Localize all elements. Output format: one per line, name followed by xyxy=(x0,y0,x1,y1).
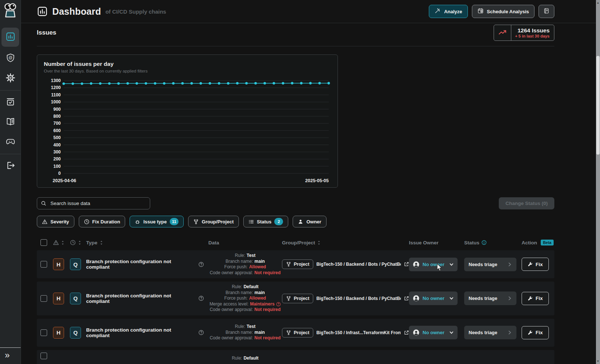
sort-icon[interactable] xyxy=(317,240,321,245)
issues-chart-card: Number of issues per day Over the last 3… xyxy=(37,54,338,188)
filter-bar: SeverityFix DurationIssue type11Group/Pr… xyxy=(37,216,554,227)
filter-label: Group/Project xyxy=(202,219,234,225)
journal-button[interactable] xyxy=(539,5,554,18)
group-project-column-header: Group/Project xyxy=(282,240,409,245)
sort-icon[interactable] xyxy=(100,240,103,245)
chevron-down-icon xyxy=(449,296,454,301)
question-circle-icon[interactable] xyxy=(198,330,204,335)
owner-dropdown[interactable]: No owner xyxy=(409,258,458,271)
search-icon xyxy=(41,201,46,206)
fix-button[interactable]: Fix xyxy=(522,326,549,339)
svg-text:100: 100 xyxy=(53,164,61,169)
severity-column-icon xyxy=(53,240,59,245)
sidebar-item-dashboard[interactable] xyxy=(1,28,19,47)
filter-status[interactable]: Status2 xyxy=(243,216,289,227)
chevron-right-icon xyxy=(507,296,512,301)
vertical-scrollbar[interactable]: ▲ ▼ xyxy=(596,0,600,364)
issue-data-cell: Rule:DefaultBranch name:mainForce push:A… xyxy=(208,284,282,313)
analyze-label: Analyze xyxy=(444,9,462,14)
chevron-down-icon xyxy=(449,330,454,335)
external-link-icon[interactable] xyxy=(404,330,409,335)
sidebar-item-settings[interactable] xyxy=(2,70,18,86)
sidebar-divider xyxy=(0,154,21,154)
data-line: Rule:Default xyxy=(232,356,259,361)
svg-text:300: 300 xyxy=(53,149,61,155)
data-line: Branch name:main xyxy=(226,259,265,265)
issues-counter: 1264 Issues + 5 in last 30 days xyxy=(494,25,554,41)
scroll-down-arrow[interactable]: ▼ xyxy=(596,359,600,364)
external-link-icon[interactable] xyxy=(404,262,409,267)
svg-text:1300: 1300 xyxy=(51,78,61,83)
sidebar-item-documentation[interactable] xyxy=(2,114,18,130)
svg-text:600: 600 xyxy=(53,128,61,133)
table-row: HQBranch protection configuration not co… xyxy=(37,250,554,278)
row-checkbox[interactable] xyxy=(40,329,47,336)
schedule-analysis-button[interactable]: Schedule Analysis xyxy=(472,5,534,18)
table-body: HQBranch protection configuration not co… xyxy=(37,250,554,364)
sort-icon[interactable] xyxy=(61,240,64,245)
scrollbar-thumb[interactable] xyxy=(596,56,600,155)
project-link[interactable]: BigTech-150 / Backend / Bots / PyChatBot xyxy=(316,262,401,267)
filter-fix-duration[interactable]: Fix Duration xyxy=(79,216,126,227)
checklist-icon xyxy=(248,219,254,225)
fork-icon xyxy=(286,296,291,301)
sort-icon[interactable] xyxy=(78,240,81,245)
filter-issue-type[interactable]: Issue type11 xyxy=(130,216,184,227)
scroll-up-arrow[interactable]: ▲ xyxy=(596,0,600,5)
severity-high-badge: H xyxy=(53,258,64,270)
status-button[interactable]: Needs triage xyxy=(464,326,516,339)
row-checkbox[interactable] xyxy=(40,353,47,359)
project-scope-pill: Project xyxy=(282,259,313,269)
chart-subtitle: Over the last 30 days. Based on currentl… xyxy=(44,69,331,73)
question-circle-icon[interactable] xyxy=(198,296,204,301)
question-circle-icon[interactable] xyxy=(276,302,281,307)
data-line: Code owner approval:Not required xyxy=(210,270,281,276)
project-link[interactable]: BigTech-150 / Infrast...TerraformKit Fro… xyxy=(316,330,401,335)
wrench-icon xyxy=(527,296,533,301)
row-checkbox[interactable] xyxy=(40,295,47,302)
owner-dropdown[interactable]: No owner xyxy=(409,291,458,305)
analyze-button[interactable]: Analyze xyxy=(429,5,467,18)
sidebar-item-logout[interactable] xyxy=(2,158,18,174)
fix-duration-badge: Q xyxy=(70,293,81,304)
journal-icon xyxy=(543,8,550,15)
filter-label: Issue type xyxy=(143,219,167,225)
data-line: Rule:Test xyxy=(235,324,255,330)
row-checkbox[interactable] xyxy=(40,261,47,268)
filter-owner[interactable]: Owner xyxy=(293,216,326,227)
select-all-checkbox[interactable] xyxy=(40,239,47,246)
change-status-button[interactable]: Change Status (0) xyxy=(499,197,554,209)
project-scope-pill: Project xyxy=(282,294,313,303)
question-circle-icon[interactable] xyxy=(198,262,204,267)
sidebar-divider xyxy=(0,90,21,91)
project-link[interactable]: BigTech-150 / Backend / Bots / PyChatBot xyxy=(316,296,401,301)
sidebar-item-community[interactable] xyxy=(2,134,18,150)
issues-page: Issues 1264 Issues + 5 in last 30 days N… xyxy=(21,23,600,364)
controller-icon xyxy=(6,137,15,148)
filter-group-project[interactable]: Group/Project xyxy=(188,216,239,227)
fix-button[interactable]: Fix xyxy=(522,258,549,271)
issues-count: 1264 Issues xyxy=(518,27,550,34)
data-line: Code owner approval:Not required xyxy=(210,335,281,341)
issue-data-cell: Rule:TestBranch name:mainForce push:Allo… xyxy=(208,253,282,276)
filter-severity[interactable]: Severity xyxy=(37,216,74,227)
issue-type-label: Branch protection configuration not comp… xyxy=(86,293,196,304)
search-input[interactable] xyxy=(50,200,146,206)
sidebar-item-tasks[interactable] xyxy=(2,94,18,110)
status-button[interactable]: Needs triage xyxy=(464,291,516,305)
dashboard-icon xyxy=(37,6,48,17)
status-button[interactable]: Needs triage xyxy=(464,258,516,271)
info-icon[interactable] xyxy=(481,240,487,245)
sidebar-item-security-scan[interactable]: @ xyxy=(2,50,18,67)
svg-text:500: 500 xyxy=(53,135,61,140)
sidebar-expand-button[interactable]: » xyxy=(0,348,21,364)
table-row: HQBranch protection configuration not co… xyxy=(37,319,554,347)
owner-dropdown[interactable]: No owner xyxy=(409,326,458,339)
table-row: HQBranch protection configuration not co… xyxy=(37,282,554,315)
issue-type-label: Branch protection configuration not comp… xyxy=(86,259,196,270)
fix-button[interactable]: Fix xyxy=(522,292,549,305)
external-link-icon[interactable] xyxy=(404,296,409,301)
shield-scan-icon: @ xyxy=(6,53,15,64)
app-logo-robot[interactable] xyxy=(2,3,18,20)
fix-duration-badge: Q xyxy=(70,258,81,270)
